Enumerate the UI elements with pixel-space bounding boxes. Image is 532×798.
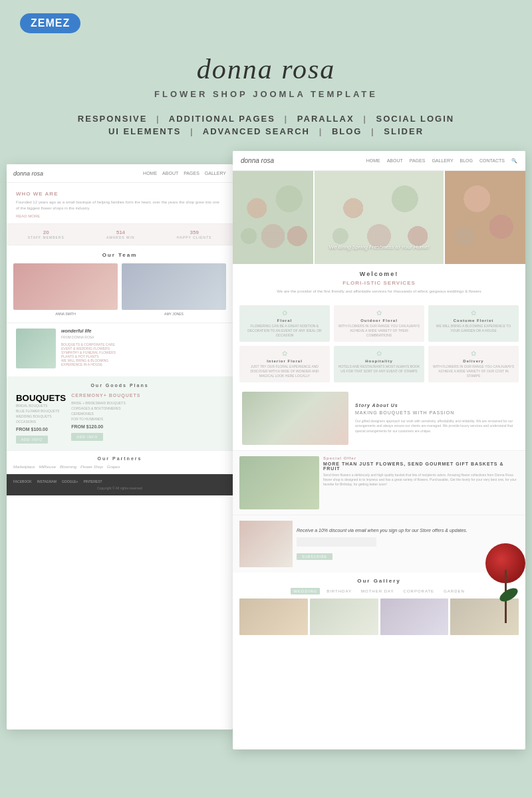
about-text: Our gifted designers approach our work w… xyxy=(355,419,516,434)
pricing-heading: Our Goods Plans xyxy=(16,383,223,388)
service-card-5: ✿ Hospitality HOTELS AND RESTAURANTS MOS… xyxy=(334,346,424,382)
left-page-nav: donna rosa HOME ABOUT PAGES GALLERY xyxy=(7,164,233,183)
left-footer: FACEBOOK INSTAGRAM GOOGLE+ PINTEREST Cop… xyxy=(7,474,233,495)
top-bar: ZEMEZ xyxy=(0,0,532,47)
services-grid: ✿ Floral FLOWERING CAN BE A GREAT ADDITI… xyxy=(233,301,525,386)
offer-img xyxy=(239,456,319,509)
feature-advanced-search: ADVANCED SEARCH xyxy=(203,126,310,136)
features-row: RESPONSIVE | ADDITIONAL PAGES | PARALLAX… xyxy=(0,104,532,139)
gallery-tab-wedding[interactable]: WEDDING xyxy=(291,588,320,595)
team-photo-bg-2 xyxy=(122,263,226,310)
stat-awards: 514 AWARDS WIN xyxy=(106,229,135,239)
right-page-preview: donna rosa HOME ABOUT PAGES GALLERY BLOG… xyxy=(233,151,525,749)
title-area: donna rosa FLOWER SHOP JOOMLA TEMPLATE xyxy=(0,47,532,104)
about-heading: WHO WE ARE xyxy=(16,191,223,197)
offer-desc: Send them flowers a deliciously and high… xyxy=(323,473,519,487)
features-row1: RESPONSIVE | ADDITIONAL PAGES | PARALLAX… xyxy=(0,114,532,124)
donna-text: wonderful life FROM DONNA ROSA BOUQUETS … xyxy=(61,329,116,366)
partner-4: Flower Shop xyxy=(80,465,103,469)
footer-copy: Copyright © All rights reserved xyxy=(13,486,226,490)
donna-heading: wonderful life xyxy=(61,329,116,333)
partner-3: Blooming xyxy=(60,465,76,469)
donna-list: BOUQUETS & CORPORATE CARE EVENT & WEDDIN… xyxy=(61,342,116,366)
service-icon-5: ✿ xyxy=(338,350,420,357)
donna-section: wonderful life FROM DONNA ROSA BOUQUETS … xyxy=(7,323,233,374)
stat-staff: 20 STAFF MEMBERS xyxy=(28,229,65,239)
partner-5: Grapes xyxy=(107,465,120,469)
pricing-btn-2[interactable]: ADD INFO xyxy=(71,433,103,441)
service-icon-1: ✿ xyxy=(243,309,326,317)
service-card-3: ✿ Costume Florist WE WILL BRING A BLOOMI… xyxy=(428,305,519,342)
service-card-2: ✿ Outdoor Floral WITH FLOWERS IN OUR RAN… xyxy=(334,305,424,342)
feature-ui-elements: UI ELEMENTS xyxy=(108,126,181,136)
pricing-cols: BOUQUETS BRIDAL BOUQUETS BLUE FLOWER BOU… xyxy=(16,393,223,444)
services-heading: FLORI-ISTIC SERVICES xyxy=(242,280,516,286)
offer-title: MORE THAN JUST FLOWERS, SEND GOURMET GIF… xyxy=(323,462,519,471)
left-nav-links: HOME ABOUT PAGES GALLERY xyxy=(143,171,226,176)
left-stats: 20 STAFF MEMBERS 514 AWARDS WIN 359 HAPP… xyxy=(7,224,233,245)
team-name-2: AMY JONES xyxy=(122,312,226,316)
donna-flower-img xyxy=(16,329,56,368)
gallery-thumb-2 xyxy=(310,598,378,635)
partner-1: Marketplace xyxy=(13,465,35,469)
team-photo-1 xyxy=(13,263,118,310)
pricing-col-1: BOUQUETS BRIDAL BOUQUETS BLUE FLOWER BOU… xyxy=(16,393,66,444)
gallery-tab-garden[interactable]: GARDEN xyxy=(441,588,467,595)
team-photo-2 xyxy=(122,263,226,310)
gallery-tab-corporate[interactable]: CORPORATE xyxy=(401,588,438,595)
zemez-logo[interactable]: ZEMEZ xyxy=(20,13,80,33)
services-desc: We are the provider of the first friendl… xyxy=(242,289,516,295)
flower-pattern-left xyxy=(233,171,313,264)
donna-sub: FROM DONNA ROSA xyxy=(61,335,116,340)
service-card-4: ✿ Interior Floral JUST TRY OUR FLORAL EX… xyxy=(239,346,330,382)
gallery-tab-birthday[interactable]: BIRTHDAY xyxy=(324,588,354,595)
pricing-section: Our Goods Plans BOUQUETS BRIDAL BOUQUETS… xyxy=(7,376,233,450)
about-floral-img xyxy=(242,392,348,445)
template-subtitle: FLOWER SHOP JOOMLA TEMPLATE xyxy=(0,89,532,99)
service-card-1: ✿ Floral FLOWERING CAN BE A GREAT ADDITI… xyxy=(239,305,330,342)
about-text-block: Story About Us MAKING BOUQUETS WITH PASS… xyxy=(355,403,516,434)
right-nav-links: HOME ABOUT PAGES GALLERY BLOG CONTACTS 🔍 xyxy=(366,158,517,164)
feature-slider: SLIDER xyxy=(384,126,424,136)
preview-area: donna rosa HOME ABOUT PAGES GALLERY WHO … xyxy=(7,151,525,749)
service-icon-2: ✿ xyxy=(338,309,420,317)
feature-additional-pages: ADDITIONAL PAGES xyxy=(169,114,275,124)
our-team-section: Our Team ANNA SMITH AMY JONES xyxy=(7,245,233,323)
discount-message: Receive a 10% discount via email when yo… xyxy=(297,527,467,535)
main-title: donna rosa xyxy=(0,53,532,85)
features-row2: UI ELEMENTS | ADVANCED SEARCH | BLOG | S… xyxy=(0,126,532,136)
subscribe-btn[interactable]: SUBSCRIBE xyxy=(297,553,332,560)
pricing-btn-1[interactable]: ADD INFO xyxy=(16,436,48,444)
about-text: Founded 12 years ago as a small boutique… xyxy=(16,200,223,211)
special-offer-section: Special Offer MORE THAN JUST FLOWERS, SE… xyxy=(233,450,525,515)
read-more-link[interactable]: READ MORE xyxy=(16,214,223,218)
right-page-nav: donna rosa HOME ABOUT PAGES GALLERY BLOG… xyxy=(233,151,525,171)
footer-links: FACEBOOK INSTAGRAM GOOGLE+ PINTEREST xyxy=(13,479,226,483)
left-page-preview: donna rosa HOME ABOUT PAGES GALLERY WHO … xyxy=(7,164,233,730)
partner-2: Millhouse xyxy=(39,465,56,469)
about-sub: MAKING BOUQUETS WITH PASSION xyxy=(355,410,516,417)
team-name-1: ANNA SMITH xyxy=(13,312,118,316)
partners-section: Our Partners Marketplace Millhouse Bloom… xyxy=(7,450,233,474)
partners-heading: Our Partners xyxy=(13,456,226,461)
left-about-section: WHO WE ARE Founded 12 years ago as a sma… xyxy=(7,183,233,224)
discount-img xyxy=(239,521,293,567)
about-heading: Story About Us xyxy=(355,403,516,408)
service-icon-4: ✿ xyxy=(243,350,326,357)
service-icon-3: ✿ xyxy=(432,309,515,317)
hero-text: We Bring Spring Freshness to Your Home! xyxy=(321,243,437,251)
pricing-col-2: CEREMONY+ BOUQUETS BRIDE + BRIDESMAID BO… xyxy=(71,393,140,444)
feature-responsive: RESPONSIVE xyxy=(78,114,148,124)
team-heading: Our Team xyxy=(13,252,226,258)
stat-clients: 359 HAPPY CLIENTS xyxy=(177,229,211,239)
flowers-decoration xyxy=(466,537,532,630)
gallery-tab-mother-day[interactable]: MOTHER DAY xyxy=(358,588,397,595)
welcome-heading: Welcome! xyxy=(242,271,516,277)
service-card-6: ✿ Delivery WITH FLOWERS IN OUR RANGE YOU… xyxy=(428,346,519,382)
hero-grid: We Bring Spring Freshness to Your Home! xyxy=(233,171,525,264)
feature-parallax: PARALLAX xyxy=(297,114,354,124)
offer-tag: Special Offer xyxy=(323,456,519,460)
hero-img-right xyxy=(445,171,525,264)
team-photo-bg-1 xyxy=(13,263,118,310)
subscribe-input[interactable] xyxy=(297,537,376,547)
